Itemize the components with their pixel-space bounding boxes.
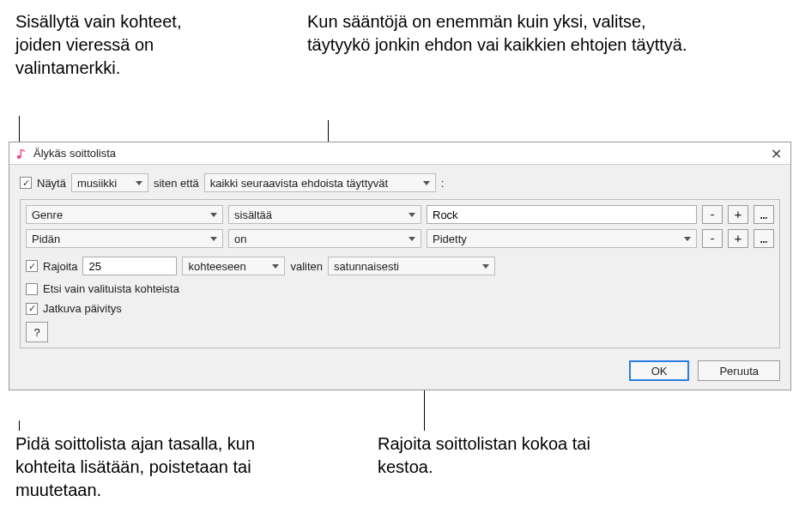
rule-more-button[interactable]: … <box>754 205 774 224</box>
rule-row: Pidän on Pidetty - + … <box>26 229 774 248</box>
add-rule-button[interactable]: + <box>728 229 748 248</box>
show-label: Näytä <box>37 177 66 190</box>
help-button[interactable]: ? <box>26 322 48 342</box>
dialog-body: ✓ Näytä musiikki siten että kaikki seura… <box>9 165 790 390</box>
leader-line <box>328 120 329 142</box>
media-type-select[interactable]: musiikki <box>71 173 148 192</box>
limit-checkbox[interactable]: ✓ <box>26 260 38 272</box>
callout-limit: Rajoita soittolistan kokoa tai kestoa. <box>378 432 601 479</box>
rule-more-button[interactable]: … <box>754 229 774 248</box>
callout-live-updating: Pidä soittolista ajan tasalla, kun kohte… <box>15 432 290 502</box>
music-note-icon <box>15 147 28 160</box>
siten-etta-label: siten että <box>154 177 199 190</box>
add-rule-button[interactable]: + <box>728 205 748 224</box>
callout-checked-only: Sisällytä vain kohteet, joiden vieressä … <box>15 10 196 80</box>
rule-value-input[interactable] <box>427 205 697 224</box>
limit-order-select[interactable]: satunnaisesti <box>328 257 495 275</box>
checked-only-checkbox[interactable] <box>26 283 38 295</box>
show-checkbox[interactable]: ✓ <box>20 177 32 189</box>
dialog-actions: OK Peruuta <box>629 360 780 381</box>
rule-value-select[interactable]: Pidetty <box>427 229 697 248</box>
live-updating-label: Jatkuva päivitys <box>43 302 122 315</box>
remove-rule-button[interactable]: - <box>702 229 723 248</box>
match-condition-select[interactable]: kaikki seuraavista ehdoista täyttyvät <box>204 173 436 192</box>
valiten-label: valiten <box>290 260 323 273</box>
colon-label: : <box>441 177 445 190</box>
rule-op-select[interactable]: sisältää <box>228 205 421 224</box>
rule-field-select[interactable]: Genre <box>26 205 223 224</box>
checked-only-label: Etsi vain valituista kohteista <box>43 282 179 295</box>
cancel-button[interactable]: Peruuta <box>698 360 780 381</box>
rule-field-select[interactable]: Pidän <box>26 229 223 248</box>
rules-panel: Genre sisältää - + … Pidän on Pidetty - … <box>20 199 780 348</box>
svg-rect-1 <box>21 149 21 157</box>
limit-label: Rajoita <box>43 260 77 273</box>
svg-point-0 <box>17 154 21 158</box>
window-title: Älykäs soittolista <box>33 147 116 160</box>
close-icon[interactable]: ✕ <box>768 146 784 162</box>
limit-value-input[interactable] <box>82 257 177 275</box>
smart-playlist-dialog: Älykäs soittolista ✕ ✓ Näytä musiikki si… <box>9 142 791 390</box>
limit-unit-select[interactable]: kohteeseen <box>182 257 285 275</box>
ok-button[interactable]: OK <box>629 360 690 381</box>
titlebar: Älykäs soittolista ✕ <box>9 142 790 165</box>
live-updating-row: ✓ Jatkuva päivitys <box>26 302 774 315</box>
callout-match-mode: Kun sääntöjä on enemmän kuin yksi, valit… <box>307 10 702 57</box>
leader-line <box>19 420 20 431</box>
rule-op-select[interactable]: on <box>228 229 421 248</box>
live-updating-checkbox[interactable]: ✓ <box>26 303 38 315</box>
checked-only-row: Etsi vain valituista kohteista <box>26 282 774 295</box>
limit-row: ✓ Rajoita kohteeseen valiten satunnaises… <box>26 257 774 275</box>
match-row: ✓ Näytä musiikki siten että kaikki seura… <box>20 173 780 192</box>
remove-rule-button[interactable]: - <box>702 205 723 224</box>
rule-row: Genre sisältää - + … <box>26 205 774 224</box>
